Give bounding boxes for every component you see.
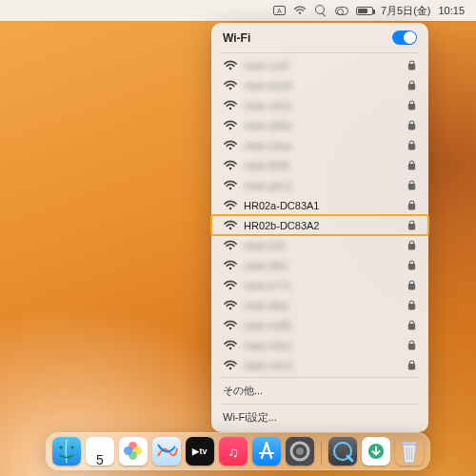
svg-rect-8 <box>408 124 414 129</box>
wifi-ssid-label: ntwk-a1f3 <box>244 60 402 71</box>
wifi-ssid-label: ntwk-gh12 <box>244 180 402 191</box>
menubar: A 7月5日(金) 10:15 <box>0 0 476 21</box>
wifi-panel-header: Wi-Fi <box>211 29 428 50</box>
wifi-ssid-label: ntwk-d66e <box>244 120 402 131</box>
dock-tv[interactable]: ▶tv <box>186 437 214 466</box>
svg-point-27 <box>229 327 232 329</box>
svg-point-0 <box>299 11 301 13</box>
wifi-signal-icon <box>223 279 238 292</box>
svg-rect-30 <box>408 344 414 348</box>
wifi-network-row[interactable]: ntwk-gh12 <box>211 175 428 195</box>
svg-rect-10 <box>408 144 414 149</box>
wifi-network-row[interactable]: ntwk-c915 <box>211 95 428 115</box>
wifi-network-row[interactable]: ntwk-d66e <box>211 115 428 135</box>
divider <box>221 52 419 53</box>
lock-icon <box>407 140 417 151</box>
wifi-network-row[interactable]: ntwk-k77c <box>211 275 428 295</box>
svg-point-21 <box>229 267 232 269</box>
wifi-ssid-label: ntwk-n5a1 <box>244 340 402 351</box>
dock-downloads[interactable] <box>362 437 390 466</box>
wifi-ssid-label: HR02a-DC83A1 <box>244 200 402 211</box>
wifi-network-row[interactable]: ntwk-a1f3 <box>211 55 428 75</box>
wifi-signal-icon <box>223 99 238 112</box>
dock-appstore[interactable] <box>252 437 281 466</box>
wifi-signal-icon <box>223 119 238 132</box>
svg-point-5 <box>229 107 232 109</box>
lock-icon <box>407 60 417 71</box>
wifi-signal-icon <box>223 339 238 352</box>
wifi-network-row[interactable]: ntwk-ii20 <box>211 235 428 255</box>
dock-trash[interactable] <box>395 437 424 466</box>
svg-point-9 <box>229 147 232 149</box>
dock-freeform[interactable] <box>152 437 181 466</box>
wifi-signal-icon <box>223 219 238 232</box>
wifi-menubar-icon[interactable] <box>293 0 307 21</box>
wifi-signal-icon <box>223 59 238 72</box>
dock-finder[interactable] <box>52 437 81 466</box>
svg-rect-24 <box>408 284 414 288</box>
svg-rect-2 <box>408 64 414 69</box>
lock-icon <box>407 320 417 331</box>
wifi-signal-icon <box>223 299 238 312</box>
menubar-time[interactable]: 10:15 <box>438 0 465 21</box>
wifi-signal-icon <box>223 179 238 192</box>
dock-separator <box>321 441 322 466</box>
wifi-network-row[interactable]: ntwk-b204 <box>211 75 428 95</box>
wifi-network-row[interactable]: HR02b-DC83A2 <box>211 215 428 235</box>
wifi-dropdown-panel: Wi-Fi ntwk-a1f3ntwk-b204ntwk-c915ntwk-d6… <box>211 23 428 432</box>
svg-rect-16 <box>408 204 414 208</box>
lock-icon <box>407 260 417 271</box>
svg-point-29 <box>229 347 232 349</box>
menubar-date[interactable]: 7月5日(金) <box>381 0 431 21</box>
wifi-signal-icon <box>223 239 238 252</box>
dock-calendar[interactable]: 7月5 <box>86 437 114 466</box>
wifi-signal-icon <box>223 199 238 212</box>
svg-point-33 <box>60 446 63 449</box>
svg-point-36 <box>296 447 304 455</box>
wifi-settings-link[interactable]: Wi-Fi設定... <box>211 407 428 428</box>
svg-rect-18 <box>408 224 414 228</box>
wifi-network-row[interactable]: HR02a-DC83A1 <box>211 195 428 215</box>
lock-icon <box>407 80 417 91</box>
svg-point-31 <box>229 367 232 369</box>
wifi-network-row[interactable]: ntwk-m8f2 <box>211 315 428 335</box>
wifi-ssid-label: ntwk-l0bd <box>244 300 402 311</box>
svg-rect-6 <box>408 104 414 109</box>
wifi-ssid-label: ntwk-k77c <box>244 280 402 291</box>
svg-point-19 <box>229 247 232 249</box>
wifi-network-row[interactable]: ntwk-o913 <box>211 355 428 375</box>
wifi-signal-icon <box>223 319 238 332</box>
wifi-other-networks[interactable]: その他... <box>211 380 428 402</box>
wifi-network-row[interactable]: ntwk-f839 <box>211 155 428 175</box>
svg-point-1 <box>229 67 232 69</box>
wifi-network-row[interactable]: ntwk-e5aa <box>211 135 428 155</box>
wifi-ssid-label: ntwk-e5aa <box>244 140 402 151</box>
svg-rect-26 <box>408 304 414 308</box>
wifi-network-row[interactable]: ntwk-j401 <box>211 255 428 275</box>
lock-icon <box>407 200 417 211</box>
battery-icon[interactable] <box>356 0 373 21</box>
lock-icon <box>407 220 417 231</box>
divider <box>221 377 419 378</box>
wifi-signal-icon <box>223 259 238 272</box>
wifi-network-row[interactable]: ntwk-l0bd <box>211 295 428 315</box>
wifi-panel-title: Wi-Fi <box>223 31 250 45</box>
divider <box>221 404 419 405</box>
wifi-network-list: ntwk-a1f3ntwk-b204ntwk-c915ntwk-d66entwk… <box>211 55 428 375</box>
svg-rect-4 <box>408 84 414 89</box>
wifi-toggle[interactable] <box>392 30 417 45</box>
svg-rect-32 <box>408 364 414 368</box>
spotlight-icon[interactable] <box>314 0 327 21</box>
dock-settings[interactable] <box>286 437 314 466</box>
wifi-network-row[interactable]: ntwk-n5a1 <box>211 335 428 355</box>
wifi-ssid-label: HR02b-DC83A2 <box>244 220 402 231</box>
lock-icon <box>407 360 417 371</box>
dock-quicktime[interactable] <box>328 437 357 466</box>
control-center-icon[interactable] <box>335 0 348 21</box>
lock-icon <box>407 160 417 171</box>
lock-icon <box>407 300 417 311</box>
dock-photos[interactable] <box>119 437 148 466</box>
dock-music[interactable]: ♫ <box>219 437 248 466</box>
wifi-ssid-label: ntwk-f839 <box>244 160 402 171</box>
input-source-indicator[interactable]: A <box>273 0 286 21</box>
